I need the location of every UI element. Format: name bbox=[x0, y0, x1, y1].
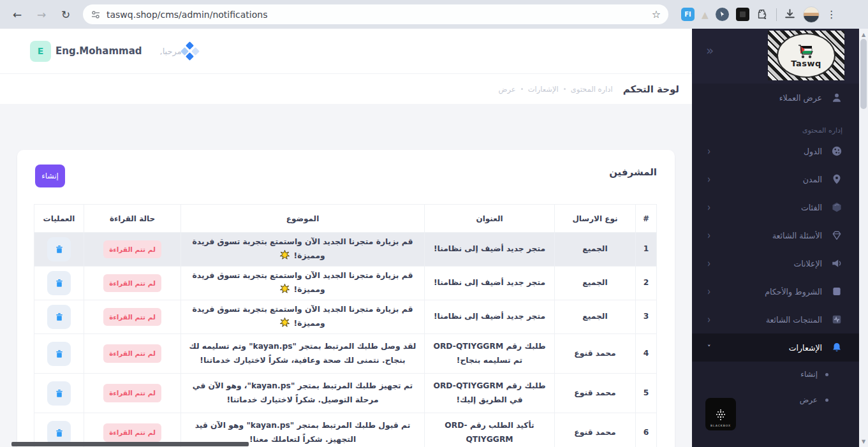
title-cell: طلبك رقم ORD-QTIYGGRM تم تسليمه بنجاح! bbox=[425, 334, 555, 374]
send-type-cell: محمد قنوع bbox=[555, 374, 636, 413]
chevron-left-icon: ‹ bbox=[707, 201, 710, 214]
delete-button[interactable] bbox=[47, 237, 71, 261]
sidebar-item-8[interactable]: المنتجات الشائعة‹ bbox=[692, 305, 859, 333]
sidebar-item-label: الفئات bbox=[710, 203, 822, 212]
category-icon bbox=[831, 202, 842, 213]
breadcrumb-separator-dot bbox=[564, 88, 566, 90]
browser-back-button[interactable]: ← bbox=[7, 4, 27, 25]
taswq-logo[interactable]: Taswq bbox=[768, 31, 844, 80]
breadcrumb-separator-dot bbox=[521, 88, 523, 90]
delete-button[interactable] bbox=[47, 421, 71, 445]
read-status-cell: لم تتم القراءة bbox=[84, 233, 181, 267]
vertical-scrollbar[interactable]: ▲ ▼ bbox=[859, 29, 868, 447]
subject-cell: قم بزيارة متجرنا الجديد الآن واستمتع بتج… bbox=[181, 300, 425, 334]
star-emoji-icon bbox=[280, 251, 291, 260]
sidebar-collapse-icon[interactable]: « bbox=[706, 43, 714, 58]
delete-button[interactable] bbox=[47, 305, 71, 329]
sidebar-menu: عرض العملاءإداره المحتوىالدول‹المدن‹الفئ… bbox=[692, 84, 859, 413]
download-icon[interactable] bbox=[784, 8, 796, 20]
breadcrumb-item[interactable]: عرض bbox=[499, 85, 516, 94]
column-header: العنوان bbox=[425, 205, 555, 233]
status-badge: لم تتم القراءة bbox=[103, 308, 161, 326]
bell-icon bbox=[831, 342, 842, 353]
sidebar-subitem-0[interactable]: إنشاء bbox=[692, 362, 859, 387]
gem-icon bbox=[831, 230, 842, 241]
browser-profile-avatar[interactable] bbox=[803, 6, 820, 23]
operations-cell bbox=[34, 233, 84, 267]
extension-fi-icon[interactable]: FI bbox=[681, 8, 695, 21]
browser-menu-icon[interactable]: ⋮ bbox=[827, 8, 837, 20]
table-row: 3الجميعمتجر جديد أضيف إلى نظامنا!قم بزيا… bbox=[34, 300, 657, 334]
subject-cell: قم بزيارة متجرنا الجديد الآن واستمتع بتج… bbox=[181, 267, 425, 300]
scroll-down-arrow-icon[interactable]: ▼ bbox=[859, 437, 868, 446]
row-number: 1 bbox=[636, 233, 657, 267]
loader-diamonds-icon bbox=[182, 43, 198, 59]
chevron-left-icon: ‹ bbox=[707, 173, 710, 186]
sidebar-item-0[interactable]: عرض العملاء bbox=[692, 84, 859, 112]
row-number: 2 bbox=[636, 267, 657, 300]
title-cell: متجر جديد أضيف إلى نظامنا! bbox=[425, 267, 555, 300]
sidebar-subitem-label: عرض bbox=[800, 395, 818, 404]
sidebar-item-4[interactable]: الفئات‹ bbox=[692, 193, 859, 221]
status-badge: لم تتم القراءة bbox=[103, 344, 161, 362]
operations-cell bbox=[34, 300, 84, 334]
extensions-area: FI ▲ ⋮ bbox=[681, 6, 837, 23]
sidebar-item-label: الدول bbox=[710, 147, 822, 156]
breadcrumb-item[interactable]: الإشعارات bbox=[528, 85, 559, 94]
status-badge: لم تتم القراءة bbox=[103, 240, 161, 258]
user-avatar[interactable]: E bbox=[30, 41, 51, 62]
sidebar-item-label: عرض العملاء bbox=[707, 93, 822, 103]
sidebar-item-6[interactable]: الإعلانات‹ bbox=[692, 249, 859, 277]
status-badge: لم تتم القراءة bbox=[103, 274, 161, 292]
sidebar-item-label: الإشعارات bbox=[711, 343, 823, 353]
extensions-puzzle-icon[interactable] bbox=[756, 8, 769, 21]
browser-reload-button[interactable]: ↻ bbox=[55, 4, 76, 25]
breadcrumb-item[interactable]: اداره المحتوى bbox=[571, 85, 613, 94]
blackbox-label: BLACKBOX bbox=[710, 424, 731, 427]
operations-cell bbox=[34, 267, 84, 300]
globe-icon bbox=[831, 145, 842, 157]
user-icon bbox=[831, 92, 842, 103]
content-area: المشرفين إنشاء #نوع الارسالالعنوانالموضو… bbox=[0, 104, 692, 447]
scroll-up-arrow-icon[interactable]: ▲ bbox=[859, 30, 868, 39]
delete-button[interactable] bbox=[47, 342, 71, 366]
chevron-left-icon: ‹ bbox=[707, 145, 710, 158]
breadcrumb: لوحة التحكم اداره المحتوىالإشعاراتعرض bbox=[0, 73, 692, 104]
title-cell: متجر جديد أضيف إلى نظامنا! bbox=[425, 233, 555, 267]
read-status-cell: لم تتم القراءة bbox=[84, 334, 181, 374]
star-emoji-icon bbox=[280, 285, 291, 294]
sidebar-item-9[interactable]: الإشعارات˅ bbox=[692, 333, 859, 362]
address-bar[interactable]: taswq.shop/cms/admin/notifications ☆ bbox=[83, 4, 668, 24]
read-status-cell: لم تتم القراءة bbox=[84, 300, 181, 334]
browser-forward-button[interactable]: → bbox=[31, 4, 52, 25]
scrollbar-thumb[interactable] bbox=[860, 39, 867, 109]
extension-triangle-icon[interactable]: ▲ bbox=[702, 10, 709, 20]
table-row: 2الجميعمتجر جديد أضيف إلى نظامنا!قم بزيا… bbox=[34, 267, 657, 300]
logo-text: Taswq bbox=[791, 59, 821, 68]
site-info-icon[interactable] bbox=[91, 10, 101, 20]
bookmark-star-icon[interactable]: ☆ bbox=[652, 8, 661, 20]
title-cell: طلبك رقم ORD-QTIYGGRM في الطريق إليك! bbox=[425, 374, 555, 413]
sidebar-item-7[interactable]: الشروط والأحكام‹ bbox=[692, 277, 859, 305]
horizontal-scrollbar[interactable] bbox=[11, 442, 249, 446]
send-type-cell: الجميع bbox=[555, 233, 636, 267]
delete-button[interactable] bbox=[47, 271, 71, 295]
row-number: 5 bbox=[636, 374, 657, 413]
extension-blackbox-icon[interactable] bbox=[736, 8, 749, 21]
column-header: # bbox=[636, 205, 657, 233]
sidebar-item-label: المدن bbox=[710, 175, 822, 184]
sidebar-item-3[interactable]: المدن‹ bbox=[692, 165, 859, 193]
sidebar-item-5[interactable]: الأسئلة الشائعة‹ bbox=[692, 221, 859, 249]
create-button[interactable]: إنشاء bbox=[35, 165, 65, 187]
sidebar: « Taswq عرض العملاءإداره المحتوىالدول‹ال… bbox=[692, 29, 859, 447]
sidebar-subitem-label: إنشاء bbox=[800, 370, 818, 379]
blackbox-dots-icon bbox=[712, 407, 729, 424]
main-content: E Eng.Mohammad مرحبا, لوحة التحكم اداره … bbox=[0, 29, 692, 447]
delete-button[interactable] bbox=[47, 381, 71, 406]
row-number: 6 bbox=[636, 413, 657, 447]
chevron-left-icon: ‹ bbox=[707, 313, 710, 326]
url-text[interactable]: taswq.shop/cms/admin/notifications bbox=[107, 10, 652, 20]
chevron-left-icon: ‹ bbox=[707, 257, 710, 270]
sidebar-item-2[interactable]: الدول‹ bbox=[692, 137, 859, 165]
extension-cursor-icon[interactable] bbox=[716, 8, 729, 21]
